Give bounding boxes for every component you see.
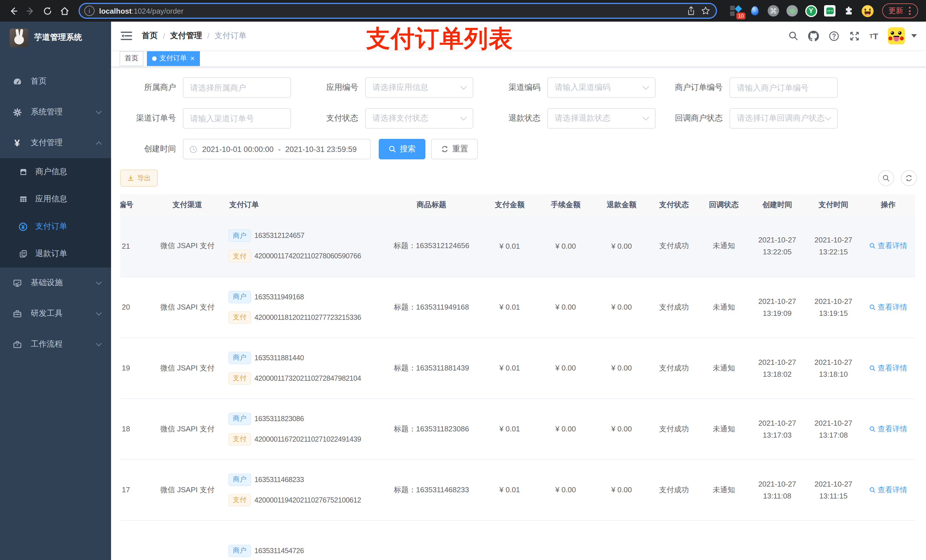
- order-id: 19: [120, 338, 148, 398]
- merchant-input[interactable]: [183, 77, 291, 98]
- refresh-button[interactable]: [901, 170, 917, 186]
- view-detail-link[interactable]: 查看详情: [869, 363, 907, 373]
- active-dot: [152, 56, 157, 60]
- browser-back-button[interactable]: [6, 3, 21, 18]
- actions-cell: 查看详情: [861, 216, 915, 276]
- table-row: 19 微信 JSAPI 支付 商户1635311881440 支付4200001…: [120, 338, 915, 398]
- view-detail-link[interactable]: 查看详情: [869, 485, 907, 495]
- channel-code-select[interactable]: 请输入渠道编码: [547, 77, 655, 98]
- filter-create-time: 创建时间 2021-10-01 00:00:00 - 2021-10-31 23…: [120, 139, 371, 159]
- bookmark-star-icon[interactable]: [701, 6, 710, 15]
- font-size-icon[interactable]: TT: [869, 31, 878, 41]
- date-start: 2021-10-01 00:00:00: [202, 145, 274, 153]
- reset-button[interactable]: 重置: [431, 139, 478, 159]
- sidebar-item-app-info[interactable]: 应用信息: [0, 186, 111, 213]
- pay-amount: ¥ 0.01: [482, 338, 537, 398]
- merchant-tag: 商户: [228, 544, 251, 557]
- order-id: 21: [120, 216, 148, 276]
- breadcrumb-payment[interactable]: 支付管理: [170, 31, 202, 41]
- actions-cell: 查看详情: [861, 459, 915, 520]
- pay-amount: ¥ 0.01: [482, 276, 537, 338]
- sidebar-item-payment[interactable]: ¥ 支付管理: [0, 127, 111, 158]
- extension-icon-balloon[interactable]: [748, 5, 761, 17]
- notify-status-select[interactable]: 请选择订单回调商户状态: [729, 108, 838, 128]
- browser-reload-button[interactable]: [40, 3, 54, 18]
- extension-icon-y[interactable]: Y: [805, 5, 817, 17]
- extension-icon-chat[interactable]: [823, 5, 836, 17]
- create-time: 2021-10-2713:11:08: [749, 459, 806, 520]
- browser-forward-button[interactable]: [23, 3, 38, 18]
- header-search-icon[interactable]: [788, 31, 798, 41]
- pay-order-cell: 商户1635311881440 支付4200001173202110272847…: [227, 338, 381, 398]
- user-avatar[interactable]: [888, 27, 905, 44]
- view-detail-link[interactable]: 查看详情: [869, 241, 907, 251]
- browser-home-button[interactable]: [57, 3, 72, 18]
- extension-icon-record[interactable]: [786, 5, 799, 17]
- date-range-picker[interactable]: 2021-10-01 00:00:00 - 2021-10-31 23:59:5…: [183, 139, 371, 159]
- fullscreen-icon[interactable]: [849, 30, 859, 41]
- notify-status: 未通知: [699, 459, 749, 520]
- pay-tag: 支付: [228, 372, 251, 385]
- extension-icon-blocks[interactable]: 10: [729, 5, 742, 17]
- extensions-area: 10 ⌘ Y 更新: [724, 3, 920, 18]
- browser-update-button[interactable]: 更新: [882, 3, 918, 18]
- github-icon[interactable]: [808, 30, 819, 41]
- pay-status: 支付成功: [649, 398, 699, 459]
- view-detail-link[interactable]: 查看详情: [869, 302, 907, 312]
- product-title: 标题：1635311468233: [381, 459, 482, 520]
- tag-pay-order[interactable]: 支付订单 ×: [147, 51, 200, 66]
- app-logo[interactable]: 芋道管理系统: [0, 22, 111, 53]
- show-search-toggle-button[interactable]: [878, 170, 894, 186]
- pay-amount: ¥ 0.01: [482, 459, 537, 520]
- merchant-order-no-input[interactable]: [729, 77, 838, 98]
- app-select[interactable]: 请选择应用信息: [365, 77, 473, 98]
- breadcrumb-home[interactable]: 首页: [142, 31, 158, 41]
- chevron-down-icon: [643, 114, 649, 121]
- address-bar[interactable]: i localhost:1024/pay/order: [79, 3, 717, 19]
- shop-icon: [18, 167, 28, 177]
- sidebar-item-pay-order[interactable]: 支付订单: [0, 213, 111, 240]
- tag-home[interactable]: 首页: [120, 51, 144, 66]
- browser-menu-icon[interactable]: [908, 6, 912, 16]
- product-title: 标题：1635311881439: [381, 338, 482, 398]
- channel-order-no-input[interactable]: [183, 108, 291, 128]
- sidebar-item-refund-order[interactable]: 退款订单: [0, 240, 111, 267]
- site-info-icon[interactable]: i: [84, 6, 95, 16]
- refund-status-select[interactable]: 请选择退款状态: [547, 108, 655, 128]
- browser-profile-avatar[interactable]: [861, 5, 874, 17]
- chevron-down-icon: [96, 341, 101, 346]
- extensions-puzzle-icon[interactable]: [842, 5, 855, 17]
- pay-tag: 支付: [228, 433, 251, 445]
- user-menu-caret-icon[interactable]: [911, 34, 917, 38]
- export-button[interactable]: 导出: [120, 170, 158, 187]
- actions-cell: 查看详情: [861, 276, 915, 338]
- merchant-tag: 商户: [228, 473, 251, 486]
- refund-amount: ¥ 0.00: [594, 276, 649, 338]
- extension-icon-command[interactable]: ⌘: [767, 5, 780, 17]
- pay-status-select[interactable]: 请选择支付状态: [365, 108, 473, 128]
- sidebar-item-dev-tools[interactable]: 研发工具: [0, 298, 111, 329]
- collapse-sidebar-icon[interactable]: [120, 31, 133, 41]
- pay-tag: 支付: [228, 494, 251, 506]
- filter-app-id: 应用编号 请选择应用信息: [303, 77, 485, 98]
- sidebar-item-merchant-info[interactable]: 商户信息: [0, 158, 111, 186]
- pay-channel: 微信 JSAPI 支付: [148, 276, 227, 338]
- logo-image: [10, 28, 29, 47]
- share-icon[interactable]: [687, 6, 695, 15]
- tag-close-icon[interactable]: ×: [190, 54, 195, 62]
- help-icon[interactable]: [828, 30, 839, 41]
- sidebar-item-system[interactable]: 系统管理: [0, 97, 111, 127]
- chevron-up-icon: [96, 141, 101, 147]
- sidebar-item-home[interactable]: 首页: [0, 66, 111, 97]
- sidebar-item-infrastructure[interactable]: 基础设施: [0, 267, 111, 298]
- merchant-tag: 商户: [228, 352, 251, 364]
- gear-icon: [12, 107, 22, 117]
- view-detail-link[interactable]: 查看详情: [869, 424, 907, 434]
- pay-channel: 微信 JSAPI 支付: [148, 338, 227, 398]
- refund-amount: ¥ 0.00: [594, 459, 649, 520]
- briefcase-icon: [12, 340, 22, 349]
- sidebar-item-workflow[interactable]: 工作流程: [0, 329, 111, 360]
- monitor-icon: [12, 278, 22, 288]
- search-button[interactable]: 搜索: [379, 139, 425, 159]
- merchant-order-no: 1635311881440: [254, 354, 304, 362]
